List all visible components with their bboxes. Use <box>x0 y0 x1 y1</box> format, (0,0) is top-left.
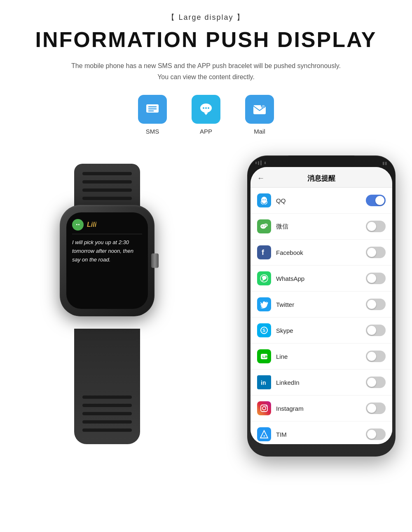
phone-body: ▮▮ ← 消息提醒 QQ微信fFacebookWhatsAppTwitterSS… <box>247 155 396 457</box>
icons-row: SMS APP <box>16 95 396 135</box>
watch-screen: Lili I will pick you up at 2:30 tomorrow… <box>66 212 148 309</box>
app-name-label: LinkedIn <box>276 379 300 386</box>
svg-point-16 <box>262 200 263 200</box>
mail-label: Mail <box>254 128 265 135</box>
svg-point-13 <box>76 224 77 225</box>
app-name-label: Twitter <box>276 301 294 308</box>
svg-point-23 <box>266 225 267 226</box>
svg-marker-8 <box>204 113 208 115</box>
app-icon-item: APP <box>192 95 220 135</box>
toggle-knob <box>367 430 376 439</box>
app-toggle[interactable] <box>366 195 386 206</box>
app-header-title: 消息提醒 <box>307 174 335 183</box>
svg-text:LINE: LINE <box>262 355 269 359</box>
list-item: 微信 <box>250 214 392 240</box>
app-name-label: QQ <box>276 197 286 204</box>
signal-strength <box>255 160 266 165</box>
app-label: APP <box>200 128 212 135</box>
instagram-app-icon <box>257 401 271 415</box>
app-name-label: Facebook <box>276 249 303 256</box>
app-name-label: Skype <box>276 327 293 334</box>
app-toggle[interactable] <box>366 299 386 310</box>
toggle-knob <box>367 248 376 257</box>
toggle-knob <box>375 196 384 205</box>
app-name-label: Line <box>276 353 288 360</box>
sms-label: SMS <box>146 128 159 135</box>
wechat-app-icon <box>257 219 271 233</box>
svg-point-33 <box>266 406 267 407</box>
wechat-contact-icon <box>72 219 84 231</box>
toggle-knob <box>367 274 376 283</box>
app-name-label: WhatsApp <box>276 275 304 282</box>
smartwatch: Lili I will pick you up at 2:30 tomorrow… <box>25 164 190 444</box>
app-name-label: TIM <box>276 431 287 438</box>
status-icons: ▮▮ <box>382 161 387 165</box>
skype-app-icon: S <box>257 323 271 337</box>
subtitle-line1: The mobile phone has a new SMS and the A… <box>71 62 341 69</box>
svg-point-19 <box>262 226 262 227</box>
mail-icon-item: @ Mail <box>245 95 274 135</box>
app-toggle[interactable] <box>366 428 386 440</box>
toggle-knob <box>367 378 376 387</box>
svg-text:@: @ <box>262 104 265 108</box>
svg-point-12 <box>75 222 81 228</box>
app-toggle[interactable] <box>366 377 386 388</box>
main-title: INFORMATION PUSH DISPLAY <box>16 27 396 52</box>
toggle-knob <box>367 352 376 361</box>
toggle-knob <box>367 222 376 231</box>
app-toggle[interactable] <box>366 273 386 284</box>
battery-icon: ▮▮ <box>382 161 387 165</box>
header-section: Large display INFORMATION PUSH DISPLAY T… <box>0 12 412 135</box>
sms-icon <box>138 95 167 124</box>
app-toggle[interactable] <box>366 403 386 414</box>
app-icon <box>192 95 220 124</box>
watch-crown[interactable] <box>151 254 159 268</box>
watch-contact: Lili <box>72 219 142 234</box>
app-name-label: Instagram <box>276 405 304 412</box>
app-list: QQ微信fFacebookWhatsAppTwitterSSkypeLINELi… <box>250 188 392 444</box>
bracket-title: Large display <box>16 12 396 22</box>
svg-point-32 <box>262 407 266 410</box>
list-item: fFacebook <box>250 240 392 266</box>
svg-point-17 <box>265 200 265 200</box>
svg-point-5 <box>203 107 204 109</box>
twitter-app-icon <box>257 297 271 311</box>
svg-text:in: in <box>261 379 266 386</box>
tim-app-icon: ✦ <box>257 427 271 441</box>
watch-message: I will pick you up at 2:30 tomorrow afte… <box>72 238 142 264</box>
list-item: inLinkedIn <box>250 370 392 395</box>
phone-screen: ← 消息提醒 QQ微信fFacebookWhatsAppTwitterSSkyp… <box>250 167 392 444</box>
app-toggle[interactable] <box>366 221 386 232</box>
list-item: QQ <box>250 188 392 214</box>
svg-point-7 <box>208 107 209 109</box>
display-area: Lili I will pick you up at 2:30 tomorrow… <box>0 151 412 461</box>
linkedin-app-icon: in <box>257 375 271 389</box>
app-toggle[interactable] <box>366 247 386 258</box>
svg-point-14 <box>78 224 80 225</box>
list-item: Instagram <box>250 395 392 421</box>
app-name-label: 微信 <box>276 223 288 231</box>
back-button[interactable]: ← <box>257 174 265 183</box>
toggle-knob <box>367 404 376 413</box>
qq-app-icon <box>257 193 271 207</box>
app-header: ← 消息提醒 <box>250 167 392 188</box>
list-item: ✦TIM <box>250 421 392 444</box>
watch-case: Lili I will pick you up at 2:30 tomorrow… <box>60 205 154 316</box>
list-item: WhatsApp <box>250 266 392 292</box>
svg-text:S: S <box>262 328 265 333</box>
list-item: Twitter <box>250 292 392 318</box>
svg-text:f: f <box>262 248 265 257</box>
line-app-icon: LINE <box>257 349 271 363</box>
mail-icon: @ <box>245 95 274 124</box>
svg-point-22 <box>265 225 266 226</box>
facebook-app-icon: f <box>257 245 271 259</box>
subtitle-line2: You can view the content directly. <box>157 73 255 80</box>
app-toggle[interactable] <box>366 325 386 336</box>
app-toggle[interactable] <box>366 351 386 362</box>
svg-point-15 <box>261 197 267 203</box>
list-item: SSkype <box>250 318 392 344</box>
svg-point-21 <box>264 224 268 227</box>
subtitle: The mobile phone has a new SMS and the A… <box>62 60 350 82</box>
toggle-knob <box>367 300 376 309</box>
band-bottom <box>74 329 140 444</box>
